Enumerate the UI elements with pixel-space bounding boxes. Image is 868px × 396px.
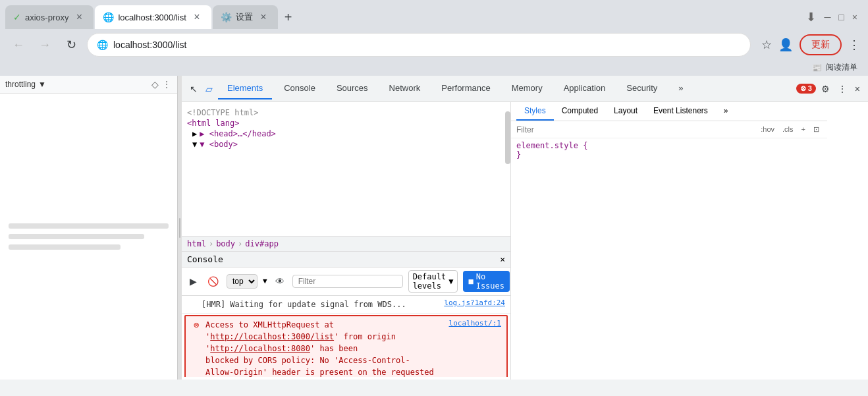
address-bar[interactable]: 🌐 localhost:3000/list [87, 33, 751, 57]
tab-elements[interactable]: Elements [218, 78, 272, 99]
window-close-icon[interactable]: × [852, 12, 857, 22]
style-rule-element: element.style { [516, 141, 822, 150]
cors-error-icon: ⊗ [191, 320, 202, 330]
styles-tabs-bar: Styles Computed Layout Event Listeners » [511, 102, 827, 121]
console-levels-dropdown[interactable]: Default levels ▼ [408, 270, 458, 293]
throttling-more-icon[interactable]: ⋮ [161, 78, 172, 90]
tab-application[interactable]: Application [555, 78, 615, 99]
styles-panel: Styles Computed Layout Event Listeners »… [511, 102, 827, 380]
console-levels-arrow: ▼ [448, 277, 453, 286]
styles-content: element.style { } [511, 138, 827, 380]
star-icon[interactable]: ☆ [761, 38, 772, 52]
tab-close-3[interactable]: × [257, 11, 270, 24]
styles-tab-event-listeners[interactable]: Event Listeners [645, 102, 716, 121]
console-clear-button[interactable]: 🚫 [205, 273, 221, 289]
devtools-close-button[interactable]: × [852, 81, 863, 97]
breadcrumb-body[interactable]: body [216, 239, 235, 248]
dom-text-body: ▼ <body> [200, 140, 238, 149]
tab-localhost-list[interactable]: 🌐 localhost:3000/list × [95, 5, 211, 29]
cors-source[interactable]: localhost/:1 [439, 319, 501, 327]
devtools-cursor-button[interactable]: ↖ [187, 81, 200, 97]
tab-security[interactable]: Security [617, 78, 666, 99]
breadcrumb-bar: html › body › div#app [182, 236, 510, 251]
console-context-select[interactable]: top [227, 274, 258, 289]
dom-panel[interactable]: <!DOCTYPE html> <html lang> ▶ ▶ <head>…<… [182, 102, 511, 380]
tab-network[interactable]: Network [380, 78, 430, 99]
throttling-dropdown-icon[interactable]: ▼ [38, 80, 46, 89]
maximize-icon[interactable]: □ [838, 12, 844, 22]
tab-axios-proxy[interactable]: ✓ axios-proxy × [5, 5, 94, 29]
address-bar-text: localhost:3000/list [113, 40, 741, 50]
tab-bar: ✓ axios-proxy × 🌐 localhost:3000/list × … [0, 0, 868, 29]
no-issues-icon: ■ [468, 277, 473, 286]
devtools-more-button[interactable]: ⋮ [835, 81, 850, 97]
console-close-icon[interactable]: × [500, 254, 505, 264]
breadcrumb-html[interactable]: html [187, 239, 206, 248]
cors-link2[interactable]: http://localhost:8080 [210, 344, 310, 353]
more-browser-icon[interactable]: ⋮ [848, 38, 860, 52]
console-run-button[interactable]: ▶ [187, 273, 200, 289]
console-section: Console × ▶ 🚫 top ▼ 👁 D [182, 251, 510, 378]
tab-sources[interactable]: Sources [327, 78, 377, 99]
user-icon[interactable]: 👤 [778, 38, 793, 52]
cors-link1[interactable]: http://localhost:3000/list [210, 332, 334, 341]
dom-text-html: <html lang> [187, 119, 239, 128]
tab-favicon-1: ✓ [13, 12, 21, 22]
tab-memory[interactable]: Memory [502, 78, 552, 99]
tab-console[interactable]: Console [275, 78, 325, 99]
nav-back-button[interactable]: ← [8, 34, 29, 55]
cors-line1-post: ' has been [310, 344, 358, 353]
elements-panel: <!DOCTYPE html> <html lang> ▶ ▶ <head>…<… [182, 102, 868, 380]
hmr-source[interactable]: log.js?1afd:24 [433, 298, 505, 307]
breadcrumb-div-app[interactable]: div#app [245, 239, 279, 248]
error-badge[interactable]: ⊗ 3 [796, 84, 816, 94]
styles-filter-input[interactable] [516, 125, 758, 134]
console-msg-hmr: [HMR] Waiting for update signal from WDS… [182, 296, 510, 314]
address-secure-icon: 🌐 [97, 40, 108, 50]
tab-close-1[interactable]: × [72, 11, 86, 24]
toggle-style-button[interactable]: ⊡ [811, 124, 822, 135]
cls-button[interactable]: .cls [780, 124, 796, 135]
styles-tab-styles[interactable]: Styles [516, 102, 554, 121]
tab-close-2[interactable]: × [190, 11, 203, 24]
console-eye-button[interactable]: 👁 [273, 273, 287, 289]
tab-performance[interactable]: Performance [432, 78, 499, 99]
tab-more[interactable]: » [669, 78, 692, 99]
dom-line-doctype: <!DOCTYPE html> [182, 107, 510, 118]
styles-tab-more[interactable]: » [716, 102, 736, 121]
new-tab-button[interactable]: + [279, 7, 298, 28]
tab-settings[interactable]: ⚙️ 设置 × [213, 5, 278, 29]
styles-tab-layout[interactable]: Layout [606, 102, 645, 121]
no-issues-label: No Issues [476, 272, 504, 291]
console-messages: [HMR] Waiting for update signal from WDS… [182, 296, 510, 378]
devtools-container: throttling ▼ ◇ ⋮ ↖ ▱ Elements Console So… [0, 76, 868, 380]
dom-line-body[interactable]: ▼ ▼ <body> [182, 139, 510, 150]
paint-icon[interactable]: ◇ [151, 79, 159, 90]
reading-mode-label[interactable]: 阅读清单 [826, 62, 857, 73]
devtools-device-button[interactable]: ▱ [203, 81, 215, 97]
update-button[interactable]: 更新 [800, 34, 842, 55]
tab-title-3: 设置 [236, 11, 253, 23]
nav-refresh-button[interactable]: ↻ [61, 34, 82, 55]
dom-expand-body[interactable]: ▼ [192, 140, 197, 149]
breadcrumb-sep-1: › [209, 239, 213, 248]
console-filter-input[interactable] [292, 275, 403, 288]
tab-favicon-3: ⚙️ [221, 12, 232, 22]
styles-tab-computed[interactable]: Computed [554, 102, 606, 121]
console-label: Console [187, 254, 223, 264]
devtools-settings-button[interactable]: ⚙ [819, 81, 832, 97]
toolbar-icons: ☆ 👤 更新 ⋮ [761, 34, 860, 55]
hov-button[interactable]: :hov [758, 124, 777, 135]
minimize-icon[interactable]: ─ [824, 12, 830, 22]
no-issues-badge[interactable]: ■ No Issues [463, 271, 510, 292]
dom-line-head[interactable]: ▶ ▶ <head>…</head> [182, 128, 510, 139]
hmr-icon [187, 299, 198, 310]
nav-forward-button[interactable]: → [34, 34, 55, 55]
dom-expand-head[interactable]: ▶ [192, 129, 197, 138]
style-rule-close: } [516, 150, 822, 159]
dom-tree: <!DOCTYPE html> <html lang> ▶ ▶ <head>…<… [182, 105, 510, 236]
add-style-button[interactable]: + [799, 124, 808, 135]
console-levels-label: Default levels [413, 272, 447, 291]
dom-scrollbar[interactable] [505, 111, 510, 164]
console-context-dropdown[interactable]: ▼ [263, 277, 267, 285]
